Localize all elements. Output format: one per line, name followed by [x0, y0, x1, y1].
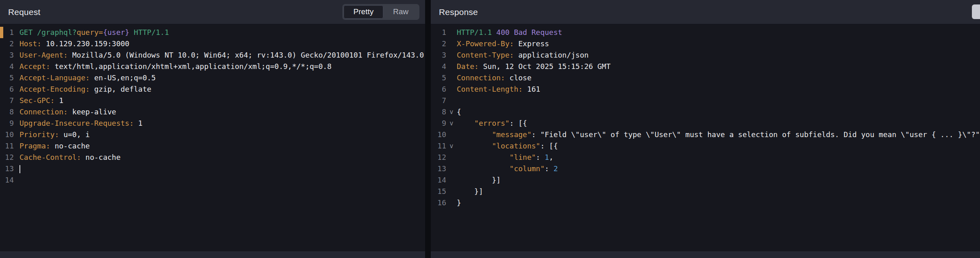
code-line[interactable]: 14 }] — [431, 174, 980, 186]
line-number: 3 — [431, 49, 446, 61]
code-line[interactable]: 8v{ — [431, 106, 980, 118]
code-line[interactable]: 3Content-Type: application/json — [431, 49, 980, 61]
token: Pragma: — [19, 142, 50, 150]
code-line[interactable]: 14 — [0, 174, 425, 186]
code-line[interactable]: 9Upgrade-Insecure-Requests: 1 — [0, 118, 425, 129]
http-message-view: Request Pretty Raw 1GET /graphql?query={… — [0, 0, 980, 258]
token: 400 Bad Request — [492, 28, 562, 37]
fold-arrow-icon[interactable]: v — [446, 118, 457, 129]
code-line[interactable]: 3User-Agent: Mozilla/5.0 (Windows NT 10.… — [0, 49, 425, 61]
token: User-Agent: — [19, 51, 68, 59]
token — [457, 142, 492, 150]
code-text: User-Agent: Mozilla/5.0 (Windows NT 10.0… — [19, 49, 424, 61]
code-line[interactable]: 12Cache-Control: no-cache — [0, 152, 425, 163]
token: "column" — [509, 164, 545, 173]
code-text: "errors": [{ — [457, 118, 527, 129]
line-number: 14 — [0, 174, 14, 186]
code-line[interactable]: 12 "line": 1, — [431, 152, 980, 163]
token — [457, 119, 474, 127]
code-text: Host: 10.129.230.159:3000 — [19, 38, 129, 49]
code-line[interactable]: 1HTTP/1.1 400 Bad Request — [431, 27, 980, 38]
response-title: Response — [439, 7, 478, 17]
line-number: 11 — [0, 140, 14, 152]
code-line[interactable]: 10Priority: u=0, i — [0, 129, 425, 140]
code-line[interactable]: 6Content-Length: 161 — [431, 84, 980, 95]
line-number: 12 — [431, 152, 446, 163]
token: : — [545, 164, 554, 173]
code-text: Pragma: no-cache — [19, 140, 90, 152]
code-text: Accept: text/html,application/xhtml+xml,… — [19, 61, 331, 72]
code-text — [19, 163, 20, 174]
line-number: 10 — [431, 129, 446, 140]
token: keep-alive — [68, 108, 116, 116]
pretty-tab[interactable]: Pretty — [344, 5, 383, 19]
panel-divider[interactable] — [425, 0, 431, 258]
code-line[interactable]: 15 }] — [431, 186, 980, 197]
line-number: 4 — [431, 61, 446, 72]
code-line[interactable]: 2X-Powered-By: Express — [431, 38, 980, 49]
text-caret — [19, 165, 20, 173]
line-number: 4 — [0, 61, 14, 72]
line-number: 9 — [431, 118, 446, 129]
code-line[interactable]: 11Pragma: no-cache — [0, 140, 425, 152]
request-panel: Request Pretty Raw 1GET /graphql?query={… — [0, 0, 425, 258]
response-horizontal-scrollbar[interactable] — [431, 252, 980, 258]
line-number: 2 — [0, 38, 14, 49]
token: u=0, i — [59, 130, 90, 139]
token: Upgrade-Insecure-Requests: — [19, 119, 134, 127]
line-number: 10 — [0, 129, 14, 140]
code-line[interactable]: 4Date: Sun, 12 Oct 2025 15:15:26 GMT — [431, 61, 980, 72]
code-line[interactable]: 8Connection: keep-alive — [0, 106, 425, 118]
code-text: Accept-Language: en-US,en;q=0.5 — [19, 72, 156, 84]
code-line[interactable]: 10 "message": "Field \"user\" of type \"… — [431, 129, 980, 140]
line-number: 8 — [431, 106, 446, 118]
line-number: 1 — [431, 27, 446, 38]
first-line-marker — [0, 27, 3, 38]
token — [457, 130, 492, 139]
token — [457, 153, 509, 161]
line-number: 7 — [0, 95, 14, 106]
code-line[interactable]: 1GET /graphql?query={user} HTTP/1.1 — [0, 27, 425, 38]
code-text: Content-Length: 161 — [457, 84, 540, 95]
token: Sec-GPC: — [19, 96, 55, 105]
token: query= — [77, 28, 103, 37]
code-line[interactable]: 5Connection: close — [431, 72, 980, 84]
code-line[interactable]: 7Sec-GPC: 1 — [0, 95, 425, 106]
code-line[interactable]: 4Accept: text/html,application/xhtml+xml… — [0, 61, 425, 72]
code-text: Upgrade-Insecure-Requests: 1 — [19, 118, 142, 129]
request-title: Request — [8, 7, 41, 17]
token: Mozilla/5.0 (Windows NT 10.0; Win64; x64… — [68, 51, 424, 59]
code-line[interactable]: 11v "locations": [{ — [431, 140, 980, 152]
response-editor[interactable]: 1HTTP/1.1 400 Bad Request2X-Powered-By: … — [431, 24, 980, 252]
view-toggle: Pretty Raw — [342, 4, 419, 20]
code-line[interactable]: 6Accept-Encoding: gzip, deflate — [0, 84, 425, 95]
token: X-Powered-By: — [457, 39, 514, 48]
code-text: Priority: u=0, i — [19, 129, 90, 140]
corner-button[interactable] — [972, 4, 980, 19]
code-line[interactable]: 2Host: 10.129.230.159:3000 — [0, 38, 425, 49]
token: : [{ — [540, 142, 558, 150]
code-text: "locations": [{ — [457, 140, 558, 152]
token: Accept-Encoding: — [19, 85, 90, 93]
token: GET /graphql? — [19, 28, 77, 37]
response-panel: Response 1HTTP/1.1 400 Bad Request2X-Pow… — [431, 0, 980, 258]
token: Priority: — [19, 130, 59, 139]
line-number: 5 — [0, 72, 14, 84]
line-number: 7 — [431, 95, 446, 106]
code-line[interactable]: 9v "errors": [{ — [431, 118, 980, 129]
token: "line" — [509, 153, 536, 161]
token: HTTP/1.1 — [457, 28, 492, 37]
raw-tab[interactable]: Raw — [383, 5, 418, 19]
code-line[interactable]: 13 — [0, 163, 425, 174]
token: 10.129.230.159:3000 — [41, 39, 129, 48]
code-line[interactable]: 13 "column": 2 — [431, 163, 980, 174]
code-line[interactable]: 7 — [431, 95, 980, 106]
code-text: "message": "Field \"user\" of type \"Use… — [457, 129, 980, 140]
fold-arrow-icon[interactable]: v — [446, 140, 457, 152]
request-horizontal-scrollbar[interactable] — [0, 252, 425, 258]
code-text: "column": 2 — [457, 163, 558, 174]
request-editor[interactable]: 1GET /graphql?query={user} HTTP/1.12Host… — [0, 24, 425, 252]
code-line[interactable]: 16} — [431, 197, 980, 209]
fold-arrow-icon[interactable]: v — [446, 106, 457, 118]
code-line[interactable]: 5Accept-Language: en-US,en;q=0.5 — [0, 72, 425, 84]
